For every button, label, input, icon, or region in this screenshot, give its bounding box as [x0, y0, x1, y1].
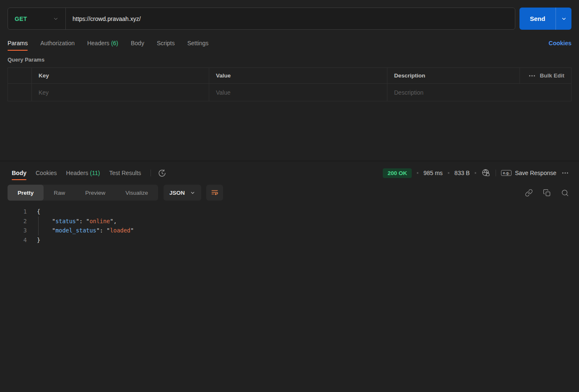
code-text: }: [27, 235, 40, 245]
column-header-description: Description: [387, 68, 519, 84]
url-row: GET https://crowd.pravaah.xyz/ Send: [0, 0, 579, 30]
view-actions: [525, 189, 569, 197]
copy-body-button[interactable]: [543, 189, 551, 197]
send-button[interactable]: Send: [519, 8, 556, 30]
format-dropdown[interactable]: JSON: [164, 185, 201, 201]
method-label: GET: [15, 15, 27, 22]
response-headers-count: (11): [90, 170, 100, 176]
save-example-icon: e.g.: [501, 170, 511, 176]
meta-separator-dot: [475, 172, 476, 174]
meta-separator-dot: [417, 172, 418, 174]
line-number: 4: [0, 235, 27, 245]
dots-icon: [561, 171, 569, 175]
select-all-column-header: [8, 68, 31, 84]
indent-guide: [38, 217, 39, 226]
code-text: {: [27, 207, 40, 217]
format-label: JSON: [169, 190, 185, 196]
view-preview[interactable]: Preview: [75, 185, 115, 201]
tab-params[interactable]: Params: [8, 36, 28, 51]
response-time[interactable]: 985 ms: [423, 170, 443, 176]
wrap-lines-icon: [210, 188, 219, 197]
wrap-lines-button[interactable]: [206, 185, 223, 201]
meta-separator-dot: [448, 172, 449, 174]
tab-settings[interactable]: Settings: [187, 36, 209, 51]
response-meta: 200 OK 985 ms 833 B e.g. Save Response: [383, 168, 569, 178]
response-size[interactable]: 833 B: [454, 170, 470, 176]
method-selector[interactable]: GET: [8, 15, 65, 22]
response-tab-headers[interactable]: Headers (11): [66, 165, 100, 181]
status-badge[interactable]: 200 OK: [383, 168, 412, 178]
code-line: 2"status": "online",: [0, 217, 579, 226]
code-text: "status": "online",: [27, 217, 117, 226]
bulk-edit-button[interactable]: Bulk Edit: [519, 68, 571, 84]
cookies-link[interactable]: Cookies: [549, 40, 571, 46]
response-history-button[interactable]: [158, 169, 166, 178]
code-text: "model_status": "loaded": [27, 226, 134, 235]
query-params-table: Key Value Description Bulk Edit Key Valu…: [8, 67, 571, 101]
param-value-input[interactable]: Value: [209, 84, 387, 101]
copy-link-button[interactable]: [525, 189, 533, 197]
line-number: 2: [0, 217, 27, 226]
meta-divider: [496, 170, 496, 176]
send-split-button: Send: [519, 8, 571, 30]
save-response-button[interactable]: e.g. Save Response: [501, 170, 556, 176]
view-raw[interactable]: Raw: [44, 185, 75, 201]
code-line: 1{: [0, 207, 579, 217]
line-number: 3: [0, 226, 27, 235]
column-header-value: Value: [209, 68, 387, 84]
param-key-input[interactable]: Key: [31, 84, 209, 101]
tab-scripts[interactable]: Scripts: [157, 36, 175, 51]
response-body-code[interactable]: 1{2"status": "online",3"model_status": "…: [0, 207, 579, 392]
headers-count: (6): [111, 40, 118, 46]
indent-guide: [38, 226, 39, 235]
response-header-divider: [151, 170, 151, 176]
chevron-down-icon: [53, 16, 59, 22]
network-security-icon[interactable]: [481, 168, 491, 178]
search-body-button[interactable]: [561, 189, 569, 197]
link-icon: [525, 189, 533, 197]
url-bar: GET https://crowd.pravaah.xyz/: [8, 8, 515, 30]
response-view-bar: Pretty Raw Preview Visualize JSON: [0, 183, 579, 203]
view-pretty[interactable]: Pretty: [8, 185, 44, 201]
column-header-key: Key: [31, 68, 209, 84]
search-icon: [561, 189, 569, 197]
response-tab-test-results[interactable]: Test Results: [109, 165, 141, 181]
param-description-input[interactable]: Description: [387, 84, 571, 101]
response-panel: Body Cookies Headers (11) Test Results 2…: [0, 161, 579, 392]
view-visualize[interactable]: Visualize: [115, 185, 158, 201]
history-clock-icon: [158, 169, 166, 178]
code-line: 3"model_status": "loaded": [0, 226, 579, 235]
view-mode-switch: Pretty Raw Preview Visualize: [8, 185, 158, 201]
response-tab-body[interactable]: Body: [12, 165, 26, 181]
query-params-title: Query Params: [8, 57, 571, 63]
row-checkbox-cell[interactable]: [8, 84, 31, 101]
tab-authorization[interactable]: Authorization: [40, 36, 75, 51]
request-tabs: Params Authorization Headers (6) Body Sc…: [0, 36, 579, 51]
request-panel: GET https://crowd.pravaah.xyz/ Send Para…: [0, 0, 579, 161]
chevron-down-icon: [561, 16, 567, 22]
dots-icon: [529, 74, 535, 77]
tab-headers[interactable]: Headers (6): [87, 36, 118, 51]
code-line: 4}: [0, 235, 579, 245]
send-options-button[interactable]: [556, 8, 571, 30]
response-more-options-button[interactable]: [561, 171, 569, 175]
url-input[interactable]: https://crowd.pravaah.xyz/: [66, 15, 515, 22]
line-number: 1: [0, 207, 27, 217]
tab-body[interactable]: Body: [131, 36, 144, 51]
response-header: Body Cookies Headers (11) Test Results 2…: [0, 165, 579, 181]
copy-icon: [543, 189, 551, 197]
response-tab-cookies[interactable]: Cookies: [36, 165, 57, 181]
chevron-down-icon: [190, 190, 195, 196]
